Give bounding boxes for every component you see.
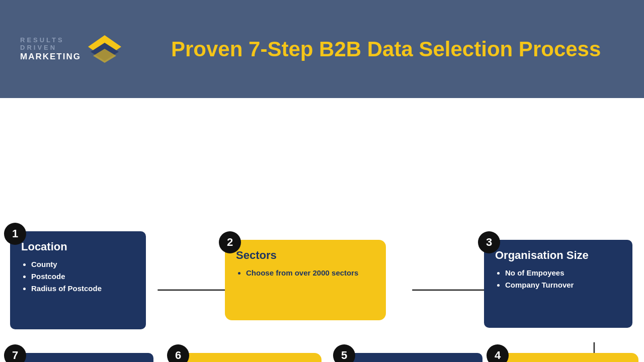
logo-area: RESULTS DRIVEN MARKETING — [20, 33, 151, 65]
step2-circle: 2 — [219, 231, 241, 253]
step3-circle: 3 — [478, 231, 500, 253]
step1-title: Location — [21, 240, 135, 253]
step1-card: Location County Postcode Radius of Postc… — [10, 231, 146, 329]
header: RESULTS DRIVEN MARKETING Proven 7-Step B… — [0, 0, 644, 98]
list-item: Postcode — [31, 270, 135, 283]
step1-list: County Postcode Radius of Postcode — [21, 258, 135, 295]
step3-title: Organisation Size — [495, 249, 621, 262]
step6-card: Contacts Job Titles Job Functions — [173, 353, 321, 362]
list-item: County — [31, 258, 135, 270]
step4-card: Other Business Criteria Financial Select… — [493, 353, 638, 362]
list-item: Radius of Postcode — [31, 283, 135, 295]
header-title: Proven 7-Step B2B Data Selection Process — [171, 37, 624, 61]
step5-card: Suppressions Don't buy data you already … — [339, 353, 482, 362]
list-item: Choose from over 2000 sectors — [246, 267, 375, 279]
step6-circle: 6 — [167, 344, 189, 362]
step1-circle: 1 — [4, 223, 26, 245]
step2-card: Sectors Choose from over 2000 sectors — [225, 240, 386, 320]
main-content: 1 Location County Postcode Radius of Pos… — [0, 98, 644, 362]
step2-list: Choose from over 2000 sectors — [236, 267, 375, 279]
logo-marketing: MARKETING — [20, 52, 81, 62]
step4-circle: 4 — [487, 344, 509, 362]
step2-title: Sectors — [236, 249, 375, 262]
step5-circle: 5 — [333, 344, 355, 362]
step7-circle: 7 — [4, 344, 26, 362]
list-item: No of Empoyees — [505, 267, 621, 279]
step3-list: No of Empoyees Company Turnover — [495, 267, 621, 291]
logo-text: RESULTS DRIVEN MARKETING — [20, 36, 81, 62]
logo-results: RESULTS — [20, 36, 81, 44]
logo-driven: DRIVEN — [20, 44, 81, 52]
logo-chevron-icon — [86, 33, 124, 65]
step3-card: Organisation Size No of Empoyees Company… — [484, 240, 632, 328]
list-item: Company Turnover — [505, 279, 621, 291]
step7-card: Channels Postal Telephone Direct Marketi… — [10, 353, 153, 362]
